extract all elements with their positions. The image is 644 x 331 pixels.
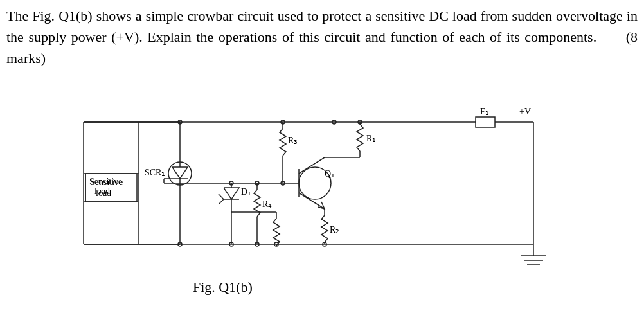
scr1-label: SCR₁: [145, 168, 165, 177]
svg-line-36: [299, 193, 325, 209]
circuit-diagram: text { font-family: "Times New Roman", T…: [32, 84, 585, 283]
r3-label: R₃: [288, 136, 298, 145]
f1-label: F₁: [480, 107, 489, 116]
question-body: The Fig. Q1(b) shows a simple crowbar ci…: [6, 8, 638, 66]
sensitive-load-line1: Sensitive: [90, 177, 123, 187]
q1-label: Q₁: [325, 169, 335, 179]
question-text: The Fig. Q1(b) shows a simple crowbar ci…: [6, 5, 638, 69]
svg-line-27: [219, 199, 224, 204]
page-content: The Fig. Q1(b) shows a simple crowbar ci…: [0, 0, 644, 331]
supply-label: +V: [519, 107, 531, 116]
svg-line-26: [219, 194, 224, 199]
figure-label: Fig. Q1(b): [193, 279, 253, 296]
r2-label: R₂: [330, 225, 339, 235]
d1-label: D₁: [241, 187, 251, 197]
sensitive-load-line2: load: [96, 188, 111, 198]
r1-label: R₁: [366, 134, 376, 143]
diagram-area: text { font-family: "Times New Roman", T…: [32, 84, 611, 302]
svg-rect-5: [476, 117, 495, 127]
svg-line-35: [299, 157, 325, 174]
r4-label: R₄: [262, 199, 272, 209]
